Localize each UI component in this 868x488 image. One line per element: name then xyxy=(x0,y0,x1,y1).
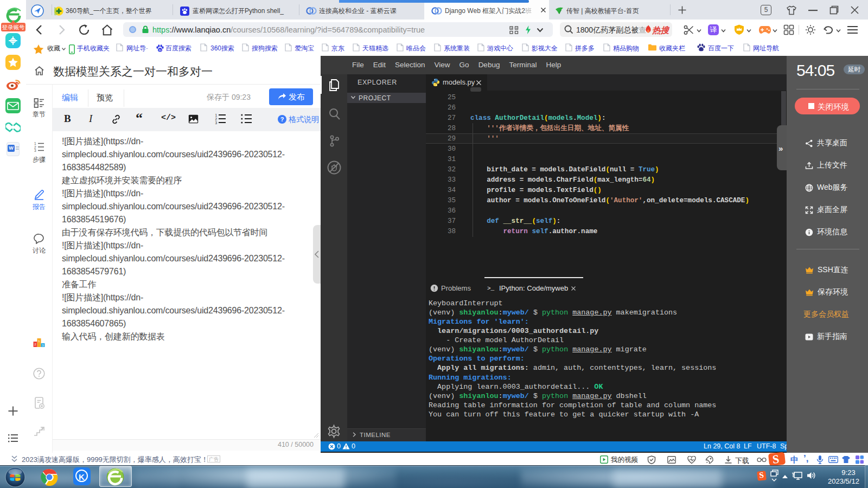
svg-text:du: du xyxy=(158,48,162,52)
svg-text:3: 3 xyxy=(215,121,218,125)
svg-text:2: 2 xyxy=(215,117,218,121)
svg-text:3: 3 xyxy=(34,149,36,152)
